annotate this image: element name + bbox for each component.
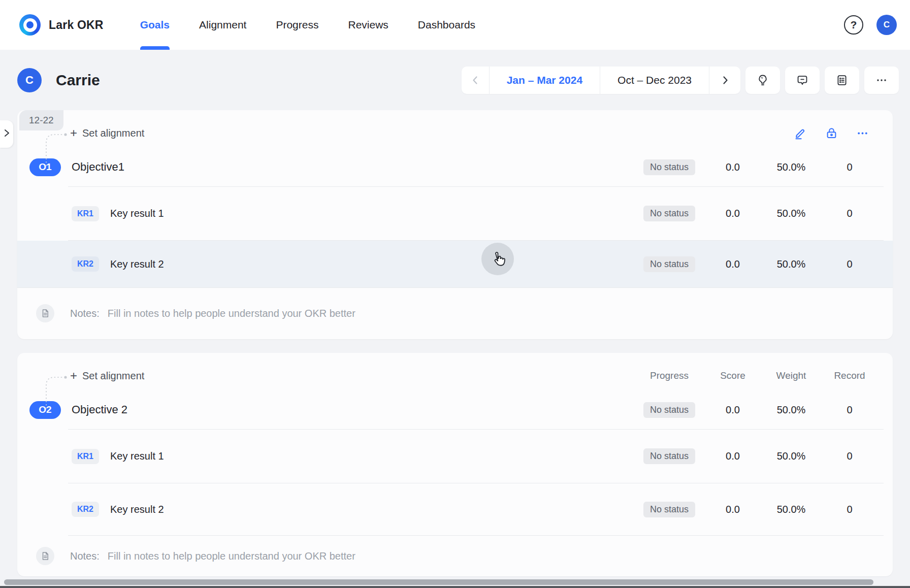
record-value[interactable]: 0 — [822, 504, 878, 515]
list-document-icon — [835, 74, 849, 87]
comment-bubble-icon — [796, 74, 809, 87]
objective-row: O1 Objective1 No status 0.0 50.0% 0 — [17, 148, 893, 186]
chevron-right-icon — [3, 129, 10, 139]
nav-tab-dashboards[interactable]: Dashboards — [418, 0, 475, 50]
record-value[interactable]: 0 — [822, 404, 878, 416]
weight-value[interactable]: 50.0% — [761, 404, 822, 416]
tips-button[interactable] — [745, 67, 780, 94]
period-selector: Jan – Mar 2024 Oct – Dec 2023 — [462, 67, 740, 94]
kr-metrics: No status 0.0 50.0% 0 — [634, 502, 878, 517]
kr-title[interactable]: Key result 1 — [110, 208, 164, 219]
set-alignment-label: Set alignment — [82, 127, 144, 139]
kr-title[interactable]: Key result 2 — [110, 258, 164, 270]
ellipsis-icon — [856, 126, 869, 140]
notes-document-icon — [36, 304, 54, 322]
objective-card-2: + Set alignment Progress Score Weight Re… — [17, 353, 893, 576]
notes-row: Notes: Fill in notes to help people unde… — [17, 536, 893, 576]
period-tab-jan-mar-2024[interactable]: Jan – Mar 2024 — [489, 67, 600, 94]
objective-badge[interactable]: O1 — [29, 158, 61, 176]
kr-title[interactable]: Key result 1 — [110, 450, 164, 462]
help-icon[interactable]: ? — [844, 15, 863, 35]
kr-metrics: No status 0.0 50.0% 0 — [634, 206, 878, 221]
nav-tab-progress[interactable]: Progress — [276, 0, 318, 50]
status-badge[interactable]: No status — [643, 502, 695, 517]
objective-metrics: No status 0.0 50.0% 0 — [634, 402, 878, 418]
key-result-row-hovered[interactable]: KR2 Key result 2 No status 0.0 50.0% 0 — [17, 241, 893, 287]
expand-sidebar-tab[interactable] — [0, 120, 13, 148]
period-prev-button[interactable] — [462, 67, 489, 94]
set-alignment-button[interactable]: + Set alignment — [70, 127, 144, 139]
kr-badge[interactable]: KR1 — [72, 206, 99, 221]
record-value[interactable]: 0 — [822, 161, 878, 173]
column-header-weight: Weight — [761, 370, 822, 381]
chevron-left-icon — [470, 75, 480, 85]
lock-icon — [825, 126, 838, 140]
notes-document-icon — [36, 547, 54, 565]
user-avatar[interactable]: C — [876, 15, 897, 35]
horizontal-scrollbar[interactable] — [4, 579, 873, 585]
date-range-tag: 12-22 — [19, 110, 63, 130]
nav-tab-goals[interactable]: Goals — [140, 0, 170, 50]
lark-okr-app: Lark OKR Goals Alignment Progress Review… — [0, 0, 910, 588]
edit-button[interactable] — [794, 126, 807, 140]
score-value[interactable]: 0.0 — [705, 208, 761, 219]
kr-badge[interactable]: KR2 — [72, 502, 99, 517]
objective-toolbar — [794, 126, 869, 140]
comments-button[interactable] — [785, 67, 820, 94]
weight-value[interactable]: 50.0% — [761, 208, 822, 219]
top-navbar: Lark OKR Goals Alignment Progress Review… — [0, 0, 910, 50]
kr-title[interactable]: Key result 2 — [110, 504, 164, 515]
status-badge[interactable]: No status — [643, 448, 695, 464]
brand-title: Lark OKR — [49, 18, 104, 32]
score-value[interactable]: 0.0 — [705, 404, 761, 416]
lark-okr-logo-icon — [19, 14, 41, 36]
key-result-row[interactable]: KR1 Key result 1 No status 0.0 50.0% 0 — [17, 430, 893, 483]
set-alignment-button[interactable]: + Set alignment — [70, 370, 144, 382]
score-value[interactable]: 0.0 — [705, 161, 761, 173]
ellipsis-icon — [875, 74, 888, 87]
weight-value[interactable]: 50.0% — [761, 450, 822, 462]
kr-badge[interactable]: KR2 — [72, 256, 99, 272]
notes-label: Notes: — [70, 550, 100, 562]
record-value[interactable]: 0 — [822, 450, 878, 462]
period-next-button[interactable] — [709, 67, 740, 94]
plus-icon: + — [70, 370, 77, 382]
lock-button[interactable] — [825, 126, 838, 140]
nav-tab-alignment[interactable]: Alignment — [199, 0, 246, 50]
header-more-button[interactable] — [864, 67, 899, 94]
report-button[interactable] — [825, 67, 859, 94]
kr-metrics: No status 0.0 50.0% 0 — [634, 256, 878, 272]
record-value[interactable]: 0 — [822, 208, 878, 219]
owner-name: Carrie — [56, 72, 100, 89]
objective-metrics: No status 0.0 50.0% 0 — [634, 159, 878, 175]
kr-badge[interactable]: KR1 — [72, 449, 99, 464]
score-value[interactable]: 0.0 — [705, 504, 761, 515]
status-badge[interactable]: No status — [643, 402, 695, 418]
pencil-icon — [794, 126, 807, 140]
status-badge[interactable]: No status — [643, 159, 695, 175]
record-value[interactable]: 0 — [822, 258, 878, 270]
score-value[interactable]: 0.0 — [705, 258, 761, 270]
nav-tab-reviews[interactable]: Reviews — [348, 0, 388, 50]
card-2-header-row: + Set alignment Progress Score Weight Re… — [17, 353, 893, 390]
score-value[interactable]: 0.0 — [705, 450, 761, 462]
objective-more-button[interactable] — [856, 126, 869, 140]
column-header-progress: Progress — [634, 370, 705, 381]
okr-list: 12-22 + Set alignment — [0, 110, 910, 576]
notes-input-placeholder[interactable]: Fill in notes to help people understand … — [108, 308, 355, 319]
weight-value[interactable]: 50.0% — [761, 161, 822, 173]
objective-badge[interactable]: O2 — [29, 401, 61, 419]
status-badge[interactable]: No status — [643, 256, 695, 272]
notes-input-placeholder[interactable]: Fill in notes to help people understand … — [108, 550, 355, 562]
weight-value[interactable]: 50.0% — [761, 258, 822, 270]
primary-nav: Goals Alignment Progress Reviews Dashboa… — [140, 0, 475, 50]
key-result-row[interactable]: KR1 Key result 1 No status 0.0 50.0% 0 — [17, 187, 893, 240]
notes-row: Notes: Fill in notes to help people unde… — [17, 288, 893, 339]
objective-title[interactable]: Objective 2 — [72, 403, 127, 416]
objective-title[interactable]: Objective1 — [72, 160, 124, 174]
status-badge[interactable]: No status — [643, 206, 695, 221]
plus-icon: + — [70, 127, 77, 139]
key-result-row[interactable]: KR2 Key result 2 No status 0.0 50.0% 0 — [17, 483, 893, 535]
weight-value[interactable]: 50.0% — [761, 504, 822, 515]
period-tab-oct-dec-2023[interactable]: Oct – Dec 2023 — [600, 67, 709, 94]
